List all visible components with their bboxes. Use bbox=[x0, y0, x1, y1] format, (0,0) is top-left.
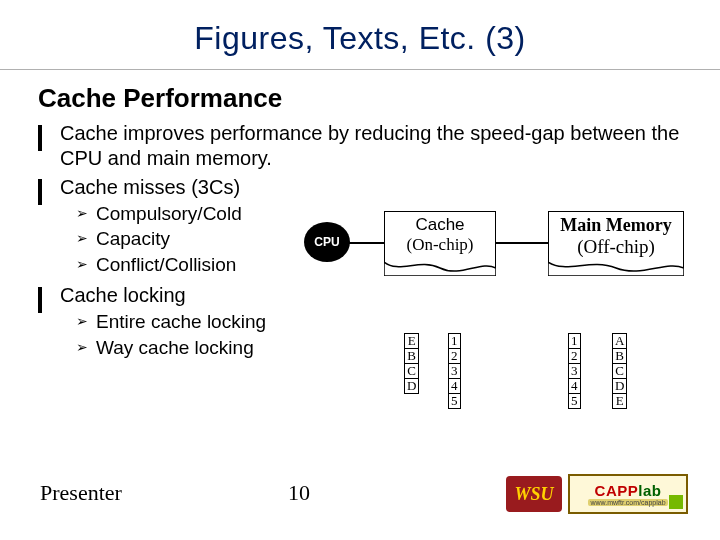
cache-col1: E B C D bbox=[404, 333, 419, 394]
cell: 2 bbox=[569, 349, 581, 364]
cell: E bbox=[613, 394, 627, 409]
bullet-2-text: Cache misses (3Cs) bbox=[60, 175, 680, 200]
logo-area: WSU CAPPlab www.mwftr.com/capplab bbox=[506, 474, 688, 514]
slide: Figures, Texts, Etc. (3) Cache Performan… bbox=[0, 0, 720, 540]
cell: C bbox=[613, 364, 627, 379]
section-heading: Cache Performance bbox=[38, 82, 680, 115]
bullet-1: Cache improves performance by reducing t… bbox=[38, 121, 680, 171]
capplab-logo-subtext: www.mwftr.com/capplab bbox=[588, 499, 667, 506]
cell: E bbox=[405, 334, 419, 349]
cell: 4 bbox=[569, 379, 581, 394]
triangle-bullet-icon: ➢ bbox=[76, 230, 96, 254]
triangle-bullet-icon: ➢ bbox=[76, 313, 96, 337]
cpu-node: CPU bbox=[304, 222, 350, 262]
cell: D bbox=[405, 379, 419, 394]
memory-hierarchy-diagram: CPU Cache (On-chip) Main Memory (Off-chi… bbox=[300, 208, 700, 328]
cell: 3 bbox=[449, 364, 461, 379]
capplab-logo-text: CAPPlab bbox=[595, 482, 662, 499]
capplab-logo: CAPPlab www.mwftr.com/capplab bbox=[568, 474, 688, 514]
bullet-3-sub-2: ➢ Way cache locking bbox=[76, 336, 680, 360]
square-bullet-icon bbox=[38, 126, 60, 176]
cell: 3 bbox=[569, 364, 581, 379]
cache-box: Cache (On-chip) bbox=[384, 211, 496, 276]
cell: D bbox=[613, 379, 627, 394]
cell: 2 bbox=[449, 349, 461, 364]
wsu-logo-text: WSU bbox=[514, 484, 553, 505]
cell: 1 bbox=[569, 334, 581, 349]
main-memory-sublabel: (Off-chip) bbox=[549, 236, 683, 258]
cell: A bbox=[613, 334, 627, 349]
cell: B bbox=[613, 349, 627, 364]
nvidia-icon bbox=[669, 495, 683, 509]
presenter-label: Presenter bbox=[40, 480, 122, 506]
main-memory-box: Main Memory (Off-chip) bbox=[548, 211, 684, 276]
cache-col2: 1 2 3 4 5 bbox=[448, 333, 461, 409]
main-memory-label: Main Memory bbox=[549, 212, 683, 236]
connector-line bbox=[496, 242, 548, 244]
bullet-3-sub-2-text: Way cache locking bbox=[96, 336, 680, 360]
cache-sublabel: (On-chip) bbox=[385, 235, 495, 255]
square-bullet-icon bbox=[38, 288, 60, 313]
triangle-bullet-icon: ➢ bbox=[76, 339, 96, 363]
cell: 4 bbox=[449, 379, 461, 394]
torn-edge-icon bbox=[384, 262, 496, 276]
triangle-bullet-icon: ➢ bbox=[76, 256, 96, 280]
torn-edge-icon bbox=[548, 262, 684, 276]
wsu-logo: WSU bbox=[506, 476, 562, 512]
cell: 5 bbox=[569, 394, 581, 409]
page-number: 10 bbox=[288, 480, 310, 506]
cell: C bbox=[405, 364, 419, 379]
cpu-label: CPU bbox=[314, 235, 339, 249]
cell: 5 bbox=[449, 394, 461, 409]
mm-col1: 1 2 3 4 5 bbox=[568, 333, 581, 409]
slide-title: Figures, Texts, Etc. (3) bbox=[40, 0, 680, 69]
cache-label: Cache bbox=[385, 212, 495, 235]
triangle-bullet-icon: ➢ bbox=[76, 205, 96, 229]
bullet-2: Cache misses (3Cs) bbox=[38, 175, 680, 200]
connector-line bbox=[348, 242, 386, 244]
square-bullet-icon bbox=[38, 180, 60, 205]
cell: 1 bbox=[449, 334, 461, 349]
cell: B bbox=[405, 349, 419, 364]
bullet-1-text: Cache improves performance by reducing t… bbox=[60, 121, 680, 171]
mm-col2: A B C D E bbox=[612, 333, 627, 409]
